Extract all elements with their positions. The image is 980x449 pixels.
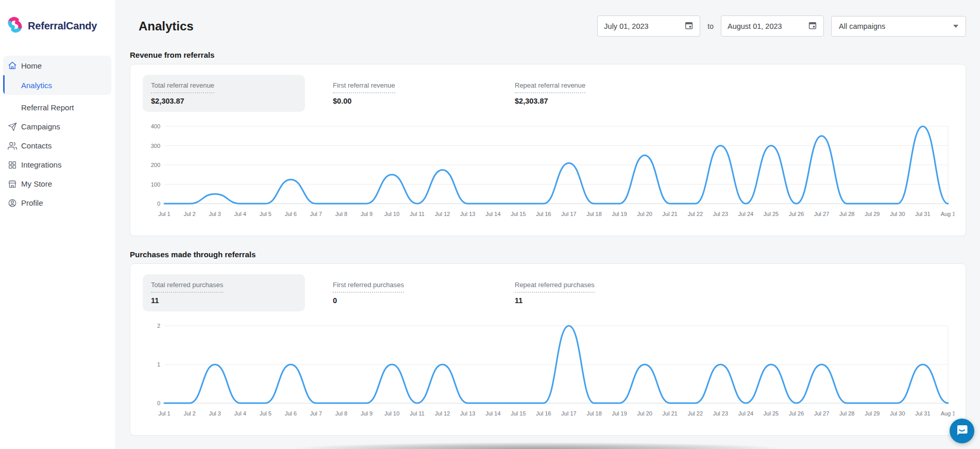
calendar-icon[interactable] xyxy=(808,21,817,31)
svg-text:Jul 9: Jul 9 xyxy=(361,410,373,417)
stat-label: Repeat referral revenue xyxy=(515,81,585,93)
stat-label: Total referral revenue xyxy=(151,81,214,93)
sidebar-item-campaigns[interactable]: Campaigns xyxy=(0,117,115,136)
campaign-filter-value: All campaigns xyxy=(839,22,885,30)
header-controls: July 01, 2023 to August 01, 2023 xyxy=(597,15,966,37)
sidebar-item-label: Contacts xyxy=(21,141,52,150)
stat-repeat-referred-purchases[interactable]: Repeat referred purchases 11 xyxy=(506,274,669,311)
page-title: Analytics xyxy=(139,19,194,34)
sidebar-item-label: Campaigns xyxy=(21,122,60,131)
nav-group-home: Home Analytics xyxy=(3,56,111,95)
svg-text:Jul 27: Jul 27 xyxy=(814,410,829,417)
svg-text:Jul 30: Jul 30 xyxy=(890,410,905,417)
svg-text:Jul 14: Jul 14 xyxy=(485,410,500,417)
stat-label: First referral revenue xyxy=(333,81,395,93)
svg-text:Jul 29: Jul 29 xyxy=(865,211,880,217)
sidebar-item-profile[interactable]: Profile xyxy=(0,193,115,212)
svg-text:Jul 10: Jul 10 xyxy=(384,410,399,417)
date-range-separator: to xyxy=(707,22,714,30)
chat-bubble-icon xyxy=(955,423,969,439)
svg-text:Jul 2: Jul 2 xyxy=(183,410,195,417)
revenue-card: Total referral revenue $2,303.87 First r… xyxy=(130,64,966,236)
calendar-icon[interactable] xyxy=(684,21,694,31)
date-to-input[interactable]: August 01, 2023 xyxy=(721,15,824,37)
svg-text:Jul 15: Jul 15 xyxy=(511,410,526,417)
stat-repeat-referral-revenue[interactable]: Repeat referral revenue $2,303.87 xyxy=(506,75,669,112)
stat-value: 11 xyxy=(151,296,297,305)
svg-text:Jul 31: Jul 31 xyxy=(915,211,930,217)
section-heading-purchases: Purchases made through referrals xyxy=(130,250,966,259)
referralcandy-logo[interactable]: ReferralCandy xyxy=(0,0,115,36)
svg-text:Jul 26: Jul 26 xyxy=(789,211,804,217)
svg-text:Jul 17: Jul 17 xyxy=(561,410,576,417)
svg-text:Aug 1: Aug 1 xyxy=(941,410,954,417)
svg-text:Jul 25: Jul 25 xyxy=(764,211,779,217)
users-icon xyxy=(8,141,17,151)
date-from-input[interactable]: July 01, 2023 xyxy=(597,15,700,37)
sidebar-nav: Home Analytics Referral Report Campaigns xyxy=(0,56,115,212)
svg-text:Jul 14: Jul 14 xyxy=(485,211,500,217)
campaign-filter-select[interactable]: All campaigns xyxy=(831,16,966,37)
stat-value: $2,303.87 xyxy=(515,97,661,105)
svg-text:Jul 3: Jul 3 xyxy=(209,211,221,217)
svg-text:Jul 25: Jul 25 xyxy=(764,410,779,417)
sidebar-item-label: Home xyxy=(21,61,42,70)
svg-text:Jul 8: Jul 8 xyxy=(335,410,347,417)
svg-text:Jul 8: Jul 8 xyxy=(335,211,347,217)
home-icon xyxy=(8,61,17,70)
stat-value: $2,303.87 xyxy=(151,97,297,105)
stat-total-referred-purchases[interactable]: Total referred purchases 11 xyxy=(143,274,305,311)
sidebar-item-label: Referral Report xyxy=(21,103,74,112)
svg-text:Jul 21: Jul 21 xyxy=(663,211,678,217)
sidebar-item-home[interactable]: Home xyxy=(3,56,111,75)
svg-text:Jul 24: Jul 24 xyxy=(738,410,753,417)
svg-text:Jul 11: Jul 11 xyxy=(410,410,425,417)
sidebar-item-analytics[interactable]: Analytics xyxy=(3,75,111,95)
svg-text:Jul 11: Jul 11 xyxy=(410,211,425,217)
purchases-stats-row: Total referred purchases 11 First referr… xyxy=(143,274,953,311)
svg-text:Jul 28: Jul 28 xyxy=(839,410,854,417)
svg-text:Jul 18: Jul 18 xyxy=(586,410,601,417)
profile-icon xyxy=(8,198,17,208)
svg-text:Jul 16: Jul 16 xyxy=(536,410,551,417)
svg-text:Jul 22: Jul 22 xyxy=(688,211,703,217)
svg-text:Jul 16: Jul 16 xyxy=(536,211,551,217)
svg-text:Jul 12: Jul 12 xyxy=(435,410,450,417)
svg-text:Jul 15: Jul 15 xyxy=(511,211,526,217)
svg-text:Jul 3: Jul 3 xyxy=(209,410,221,417)
svg-text:Jul 12: Jul 12 xyxy=(435,211,450,217)
svg-text:300: 300 xyxy=(151,143,160,149)
grid-icon xyxy=(8,160,17,170)
svg-text:Jul 10: Jul 10 xyxy=(384,211,399,217)
svg-text:Jul 2: Jul 2 xyxy=(183,211,195,217)
svg-text:400: 400 xyxy=(151,123,160,129)
page-header: Analytics July 01, 2023 to August 01, 20… xyxy=(130,0,966,37)
sidebar-item-my-store[interactable]: My Store xyxy=(0,174,115,193)
chat-launcher-button[interactable] xyxy=(950,419,974,443)
stat-first-referred-purchases[interactable]: First referred purchases 0 xyxy=(325,274,487,311)
svg-text:Jul 5: Jul 5 xyxy=(260,410,272,417)
stat-value: 11 xyxy=(515,296,661,305)
main-content: Analytics July 01, 2023 to August 01, 20… xyxy=(116,0,980,449)
svg-text:Jul 27: Jul 27 xyxy=(814,211,829,217)
stat-first-referral-revenue[interactable]: First referral revenue $0.00 xyxy=(325,75,487,112)
svg-text:Jul 17: Jul 17 xyxy=(561,211,576,217)
svg-text:Jul 13: Jul 13 xyxy=(460,211,475,217)
sidebar-item-referral-report[interactable]: Referral Report xyxy=(0,98,115,117)
active-indicator xyxy=(3,75,5,95)
svg-text:Jul 30: Jul 30 xyxy=(890,211,905,217)
sidebar-item-contacts[interactable]: Contacts xyxy=(0,136,115,155)
stat-total-referral-revenue[interactable]: Total referral revenue $2,303.87 xyxy=(143,75,305,112)
svg-text:Jul 9: Jul 9 xyxy=(361,211,373,217)
svg-text:Jul 19: Jul 19 xyxy=(612,211,627,217)
svg-text:Jul 29: Jul 29 xyxy=(865,410,880,417)
svg-text:Jul 20: Jul 20 xyxy=(637,410,652,417)
sidebar-item-integrations[interactable]: Integrations xyxy=(0,155,115,174)
revenue-stats-row: Total referral revenue $2,303.87 First r… xyxy=(143,75,953,112)
svg-text:Jul 23: Jul 23 xyxy=(713,211,728,217)
date-to-value: August 01, 2023 xyxy=(728,22,782,30)
section-heading-revenue: Revenue from referrals xyxy=(130,51,966,59)
stat-label: Total referred purchases xyxy=(151,281,223,293)
purchases-line-chart: 012Jul 1Jul 2Jul 3Jul 4Jul 5Jul 6Jul 7Ju… xyxy=(143,317,953,424)
svg-text:Jul 23: Jul 23 xyxy=(713,410,728,417)
